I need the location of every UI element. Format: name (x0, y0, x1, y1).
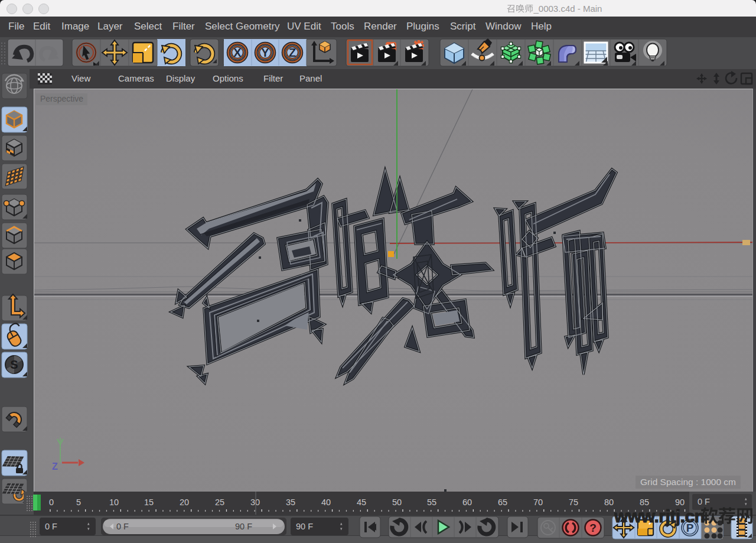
svg-text:40: 40 (321, 498, 331, 507)
svg-text:70: 70 (533, 498, 543, 507)
svg-text:90 F: 90 F (235, 522, 252, 531)
svg-text:50: 50 (392, 498, 402, 507)
svg-text:20: 20 (180, 498, 189, 507)
svg-text:www.rjtj.cn: www.rjtj.cn (614, 506, 705, 526)
svg-text:65: 65 (498, 498, 507, 507)
svg-text:Z: Z (52, 461, 58, 472)
svg-text:Z: Z (289, 46, 296, 59)
svg-text:S: S (10, 358, 18, 371)
svg-text:45: 45 (357, 498, 366, 507)
svg-text:55: 55 (427, 498, 436, 507)
svg-text:10: 10 (109, 498, 119, 507)
svg-text:75: 75 (569, 498, 578, 507)
svg-text:80: 80 (604, 498, 614, 507)
svg-text:5: 5 (76, 498, 81, 507)
svg-text:90 F: 90 F (296, 522, 313, 531)
svg-text:35: 35 (286, 498, 295, 507)
svg-text:15: 15 (144, 498, 154, 507)
svg-text:60: 60 (462, 498, 472, 507)
svg-text:?: ? (589, 522, 597, 534)
svg-text:X: X (233, 46, 242, 59)
svg-text:25: 25 (215, 498, 224, 507)
svg-text:0: 0 (49, 498, 54, 507)
svg-text:0 F: 0 F (45, 522, 57, 531)
svg-text:_0003.c4d - Main: _0003.c4d - Main (533, 4, 602, 14)
svg-text:0 F: 0 F (116, 522, 129, 531)
svg-text:Y: Y (261, 46, 269, 59)
svg-text:30: 30 (250, 498, 260, 507)
